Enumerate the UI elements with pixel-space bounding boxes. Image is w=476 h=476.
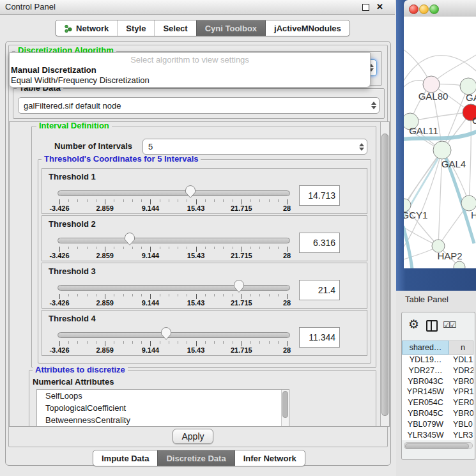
combobox-stepper-icon — [369, 102, 379, 109]
svg-text:GAL11: GAL11 — [409, 125, 438, 136]
slider-ticks — [59, 294, 287, 299]
threshold-3-box: Threshold 3 -3.4262.8599.14415.4321.7152… — [42, 263, 367, 309]
svg-text:GAL80: GAL80 — [418, 91, 449, 102]
tab-style[interactable]: Style — [117, 20, 154, 36]
threshold-3-label: Threshold 3 — [49, 266, 96, 276]
table-row: YLR345WYLR3 — [402, 430, 473, 440]
table-header: shared… n — [402, 341, 473, 355]
float-window-icon[interactable] — [362, 4, 369, 11]
column-header-shared[interactable]: shared… — [402, 341, 449, 355]
table-panel-title: Table Panel — [405, 295, 449, 304]
threshold-3-value-field[interactable]: 21.4 — [299, 280, 340, 300]
table-row: YBR043CYBR0 — [402, 376, 473, 387]
table-panel: ⚙ ☑☑ shared… n YDL19…YDL1YDR27…YDR2YBR04… — [401, 312, 475, 460]
threshold-1-label: Threshold 1 — [49, 172, 96, 181]
tab-impute-data[interactable]: Impute Data — [93, 450, 157, 466]
control-panel-title: Control Panel — [5, 0, 56, 14]
tab-jactivemnodules[interactable]: jActiveMNodules — [265, 20, 349, 36]
control-panel-titlebar: Control Panel ✕ — [0, 0, 395, 15]
node-gal4 — [433, 141, 451, 159]
control-panel-tab-bar: Network Style Select Cyni Toolbox jActiv… — [55, 20, 350, 36]
numerical-attributes-label: Numerical Attributes — [33, 377, 114, 387]
table-body[interactable]: YDL19…YDL1YDR27…YDR2YBR043CYBR0YPR145WYP… — [402, 355, 473, 440]
horizontal-scrollbar-thumb[interactable] — [405, 443, 469, 449]
network-icon — [64, 24, 72, 33]
slider-ticks — [59, 247, 287, 252]
column-header-name[interactable]: n — [449, 341, 473, 355]
table-row: YPR145WYPR1 — [402, 387, 473, 397]
network-nodes[interactable] — [404, 76, 476, 268]
slider-axis-labels: -3.4262.8599.14415.4321.71528 — [59, 346, 287, 354]
attribute-items: SelfLoopsTopologicalCoefficientBetweenne… — [37, 390, 289, 426]
table-data-value: galFiltered.sif default node — [19, 101, 369, 111]
svg-text:C: C — [472, 115, 476, 126]
thresholds-group-title: Threshold's Coordinates for 5 Intervals — [42, 155, 201, 164]
table-row: YBR045CYBR0 — [402, 408, 473, 419]
close-icon[interactable]: ✕ — [376, 2, 383, 12]
threshold-2-value-field[interactable]: 6.316 — [299, 233, 340, 253]
checkbox-icons[interactable]: ☑☑ — [443, 320, 455, 330]
panel-scrollbar[interactable] — [380, 122, 389, 426]
table-row: YER054CYER0 — [402, 397, 473, 408]
threshold-1-box: Threshold 1 -3.4262.8599.14415.4321.7152… — [42, 168, 367, 214]
columns-icon[interactable] — [426, 320, 438, 332]
network-window-titlebar[interactable] — [404, 0, 476, 17]
tab-discretize-data[interactable]: Discretize Data — [157, 450, 234, 466]
slider-axis-labels: -3.4262.8599.14415.4321.71528 — [59, 252, 287, 259]
number-of-intervals-label: Number of Intervals — [54, 141, 132, 151]
table-row: YDR27…YDR2 — [402, 365, 473, 376]
tab-cyni-toolbox[interactable]: Cyni Toolbox — [196, 20, 265, 36]
number-of-intervals-combobox[interactable]: 5 — [142, 139, 367, 155]
table-data-combobox[interactable]: galFiltered.sif default node — [18, 97, 380, 114]
horizontal-scrollbar[interactable] — [404, 442, 473, 449]
attributes-group-title: Attributes to discretize — [33, 365, 128, 374]
threshold-2-box: Threshold 2 -3.4262.8599.14415.4321.7152… — [42, 215, 367, 261]
dropdown-option-equal-width[interactable]: Equal Width/Frequency Discretization — [11, 75, 369, 86]
slider-ticks — [59, 199, 287, 204]
svg-text:GAL4: GAL4 — [441, 158, 466, 169]
table-row: YDL19…YDL1 — [402, 355, 473, 365]
bottom-tab-bar: Impute Data Discretize Data Infer Networ… — [93, 450, 305, 466]
tab-infer-network[interactable]: Infer Network — [234, 450, 305, 466]
tab-network[interactable]: Network — [56, 20, 117, 36]
algorithm-dropdown-popup: Select algorithm to view settings Manual… — [9, 52, 371, 88]
slider-axis-labels: -3.4262.8599.14415.4321.71528 — [59, 204, 287, 212]
svg-text:H: H — [471, 210, 476, 220]
minimize-traffic-light-icon[interactable] — [419, 4, 429, 14]
svg-text:HAP2: HAP2 — [437, 250, 462, 261]
combobox-stepper-icon — [357, 143, 367, 151]
interval-definition-title: Interval Definition — [36, 121, 112, 130]
dropdown-hint: Select algorithm to view settings — [10, 55, 370, 65]
number-of-intervals-value: 5 — [143, 142, 357, 151]
numerical-attributes-list[interactable]: SelfLoopsTopologicalCoefficientBetweenne… — [36, 389, 289, 427]
screen: Control Panel ✕ Network Style Select Cyn… — [0, 0, 476, 476]
dropdown-option-manual[interactable]: Manual Discretization — [11, 65, 369, 75]
gear-icon[interactable]: ⚙ — [408, 318, 419, 332]
tab-network-label: Network — [76, 24, 109, 33]
threshold-4-label: Threshold 4 — [49, 314, 96, 323]
threshold-2-label: Threshold 2 — [49, 219, 96, 229]
slider-axis-labels: -3.4262.8599.14415.4321.71528 — [59, 299, 287, 307]
tab-select[interactable]: Select — [154, 20, 196, 36]
node-h — [461, 196, 476, 211]
apply-button[interactable]: Apply — [173, 429, 213, 444]
threshold-1-value-field[interactable]: 14.713 — [299, 185, 340, 206]
panel-scrollbar-thumb[interactable] — [381, 134, 388, 416]
settings-scroll-panel: Interval Definition Number of Intervals … — [9, 121, 390, 427]
close-traffic-light-icon[interactable] — [409, 4, 418, 14]
svg-text:GA: GA — [466, 92, 476, 103]
table-row: YBL079WYBL0 — [402, 419, 473, 430]
network-canvas[interactable]: GAL80 GA C GAL11 GAL4 GCY1 H HAP2 — [404, 17, 476, 268]
list-scrollbar[interactable] — [281, 390, 289, 427]
threshold-4-value-field[interactable]: 11.344 — [299, 327, 340, 348]
threshold-4-box: Threshold 4 -3.4262.8599.14415.4321.7152… — [42, 310, 367, 356]
svg-text:GCY1: GCY1 — [404, 210, 427, 220]
zoom-traffic-light-icon[interactable] — [429, 4, 439, 14]
slider-ticks — [59, 341, 287, 346]
